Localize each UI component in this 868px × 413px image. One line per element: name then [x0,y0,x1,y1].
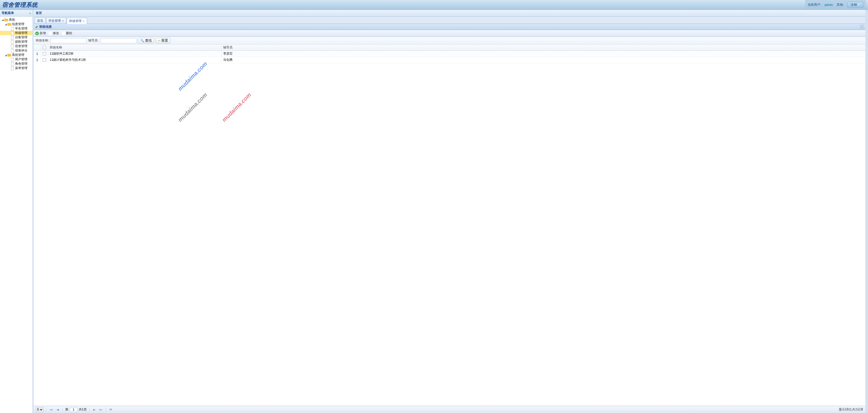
search-bar: 班级名称: 辅导员: 🔍查找 ↩重置 [34,37,865,44]
page-icon [10,62,14,66]
refresh-button[interactable]: ⟳ [108,407,113,412]
toolbar: +新增 ✎修改 ━删除 [34,30,865,37]
tree-label: 访客管理 [15,35,27,40]
page-icon [10,31,14,35]
col-name-header[interactable]: 班级名称 [48,44,222,50]
tree-label: 信息管理 [12,22,24,26]
panel-collapse-icon[interactable]: ▲ [860,25,864,29]
cell-coach: 马化腾 [222,57,865,63]
tree-item[interactable]: 宿舍评分 [0,48,32,53]
page-size-select[interactable]: 5 [36,407,43,412]
tree-label: 班级管理 [15,31,27,35]
tree-item[interactable]: 班级管理 [0,31,32,35]
panel-title: 班级信息 [39,25,52,29]
right-splitter[interactable] [867,10,868,413]
page-icon [10,35,14,40]
header-right: 当前用户: admin 其他: 注销 ▼ [805,0,866,9]
page-icon [10,58,14,62]
prev-page-button[interactable]: ◀ [55,407,60,412]
tab-close-icon[interactable]: ✕ [83,20,85,23]
cell-coach: 李彦宏 [222,51,865,57]
sidebar: 导航菜单 « ◢系统◢信息管理学生管理班级管理访客管理损耗管理宿舍管理宿舍评分◢… [0,10,34,413]
row-checkbox[interactable] [43,52,46,56]
folder-icon [7,22,11,26]
row-number: 1 [34,51,41,57]
tree-item[interactable]: 损耗管理 [0,40,32,44]
tab[interactable]: 班级管理✕ [67,18,87,24]
tab[interactable]: 学生管理✕ [46,18,66,24]
logout-button[interactable]: 注销 ▼ [847,2,863,8]
watermark: mudaima.com [221,92,252,124]
class-name-label: 班级名称: [36,38,49,43]
expander-icon: ◢ [4,23,7,26]
reset-button[interactable]: ↩重置 [156,38,170,43]
coach-label: 辅导员: [88,38,98,43]
tab-close-icon[interactable]: ✕ [62,20,64,22]
search-button[interactable]: 🔍查找 [138,38,154,43]
tree-folder[interactable]: ◢系统 [0,18,32,22]
app-header: 宿舍管理系统 当前用户: admin 其他: 注销 ▼ [0,0,868,10]
tab-label: 首页 [37,19,43,23]
watermark: mudaima.com [177,92,209,124]
tree-label: 损耗管理 [15,40,27,44]
panel-header: ✔ 班级信息 ▲ [34,24,865,30]
cell-name: 11级计算机科学与技术1班 [48,57,222,63]
tree-label: 角色管理 [15,62,27,66]
sidebar-title: 导航菜单 [2,11,14,15]
col-rownum [34,44,41,50]
content-area: 首页 首页学生管理✕班级管理✕ ✔ 班级信息 ▲ +新增 ✎修改 ━删除 班级名… [34,10,867,413]
cell-name: 11级软件工程2班 [48,51,222,57]
table-row[interactable]: 111级软件工程2班李彦宏 [34,51,865,57]
chevron-down-icon: ▼ [858,4,860,6]
tree-label: 用户管理 [15,57,27,62]
tree-item[interactable]: 访客管理 [0,35,32,40]
page-icon [10,27,14,31]
first-page-button[interactable]: ⏮ [49,407,54,412]
tab-label: 班级管理 [69,19,82,23]
tree-folder[interactable]: ◢信息管理 [0,22,32,26]
row-number: 2 [34,57,41,63]
delete-button[interactable]: ━删除 [62,31,72,35]
minus-icon: ━ [62,32,65,35]
folder-icon [7,53,11,57]
pencil-icon: ✎ [49,32,52,35]
sidebar-collapse-icon[interactable]: « [29,12,31,15]
other-label: 其他: [837,3,844,7]
last-page-button[interactable]: ⏭ [98,407,103,412]
reset-icon: ↩ [158,39,160,42]
watermark: mudaima.com [177,61,209,92]
class-name-input[interactable] [51,38,87,43]
current-user-link[interactable]: admin [825,3,833,7]
tree-label: 宿舍管理 [15,44,27,48]
tree-label: 系统管理 [12,53,24,57]
page-number-input[interactable] [70,407,77,412]
tree-item[interactable]: 角色管理 [0,62,32,66]
main-layout: 导航菜单 « ◢系统◢信息管理学生管理班级管理访客管理损耗管理宿舍管理宿舍评分◢… [0,10,868,413]
col-coach-header[interactable]: 辅导员 [222,44,865,50]
select-all-checkbox[interactable] [43,46,46,49]
tree-item[interactable]: 学生管理 [0,26,32,31]
next-page-button[interactable]: ▶ [92,407,97,412]
tree-label: 菜单管理 [15,66,27,70]
nav-tree: ◢系统◢信息管理学生管理班级管理访客管理损耗管理宿舍管理宿舍评分◢系统管理用户管… [0,16,32,413]
edit-button[interactable]: ✎修改 [49,31,59,35]
add-button[interactable]: +新增 [35,31,46,35]
table-row[interactable]: 211级计算机科学与技术1班马化腾 [34,57,865,63]
tab[interactable]: 首页 [35,18,45,24]
tree-folder[interactable]: ◢系统管理 [0,53,32,57]
row-checkbox[interactable] [43,58,46,62]
tree-item[interactable]: 用户管理 [0,57,32,62]
coach-input[interactable] [100,38,136,43]
pager-info: 显示1到2,共2记录 [839,407,863,412]
tree-item[interactable]: 宿舍管理 [0,44,32,48]
content-title: 首页 [34,10,865,16]
page-icon [10,40,14,44]
tree-item[interactable]: 菜单管理 [0,66,32,70]
tab-strip: 首页学生管理✕班级管理✕ [34,16,865,24]
pager: 5 ⏮ ◀ 第 共1页 ▶ ⏭ ⟳ 显示1到2,共2记录 [34,406,865,413]
expander-icon: ◢ [4,54,7,57]
page-icon [10,44,14,48]
page-label-prefix: 第 [65,407,68,412]
col-checkbox-header [41,44,48,50]
tree-label: 学生管理 [15,26,27,31]
